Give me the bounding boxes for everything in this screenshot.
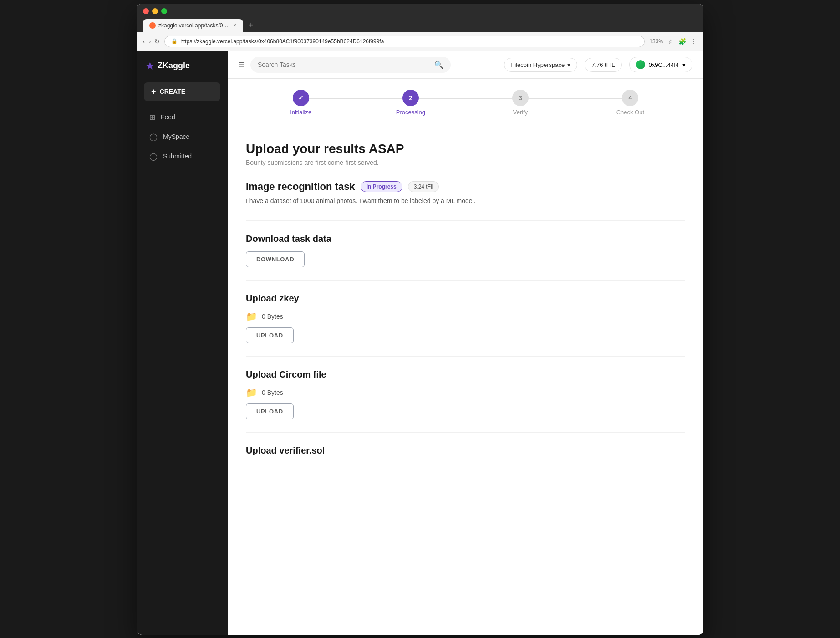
new-tab-button[interactable]: + [244, 19, 258, 32]
step-label-initialize: Initialize [290, 109, 311, 116]
address-input[interactable]: 🔒 https://zkaggle.vercel.app/tasks/0x406… [164, 36, 645, 47]
step-processing[interactable]: 2 Processing [356, 90, 465, 116]
active-tab[interactable]: zkaggle.vercel.app/tasks/0x406b8... ✕ [143, 19, 243, 32]
back-button[interactable]: ‹ [143, 38, 145, 45]
sidebar-item-myspace[interactable]: ◯ MySpace [140, 128, 224, 146]
upload-zkey-title: Upload zkey [246, 293, 685, 304]
tab-close-icon[interactable]: ✕ [233, 22, 237, 28]
status-badge: In Progress [361, 181, 402, 192]
step-verify[interactable]: 3 Verify [466, 90, 575, 116]
reward-badge: 3.24 tFil [408, 181, 439, 192]
task-header: Image recognition task In Progress 3.24 … [246, 181, 685, 193]
wallet-avatar-icon [636, 60, 645, 69]
step-label-checkout: Check Out [616, 109, 644, 116]
step-circle-initialize: ✓ [293, 90, 309, 106]
zkey-bytes: 0 Bytes [262, 313, 283, 320]
divider-4 [246, 432, 685, 433]
app-layout: ★ ZKaggle + CREATE ⊞ Feed ◯ MySpace ◯ Su… [137, 51, 703, 635]
network-label: Filecoin Hyperspace [511, 61, 565, 68]
menu-dots-icon[interactable]: ⋮ [691, 38, 697, 45]
wallet-chevron-icon: ▾ [682, 61, 686, 68]
network-selector[interactable]: Filecoin Hyperspace ▾ [504, 58, 577, 72]
checkmark-icon: ✓ [298, 94, 304, 102]
dot-green[interactable] [161, 8, 167, 14]
refresh-button[interactable]: ↻ [154, 38, 160, 45]
upload-circom-title: Upload Circom file [246, 369, 685, 380]
create-button[interactable]: + CREATE [144, 82, 220, 101]
download-button[interactable]: DOWNLOAD [246, 251, 305, 267]
step-label-verify: Verify [513, 109, 528, 116]
upload-circom-section: Upload Circom file 📁 0 Bytes UPLOAD [246, 369, 685, 419]
upload-circom-button[interactable]: UPLOAD [246, 403, 294, 419]
steps-bar: ✓ Initialize 2 Processing 3 Verify 4 Che… [228, 79, 703, 127]
task-description: I have a dataset of 1000 animal photos. … [246, 196, 685, 206]
page-subtitle: Bounty submissions are first-come-first-… [246, 159, 685, 166]
sidebar-item-label: Submitted [163, 153, 192, 160]
sidebar: ★ ZKaggle + CREATE ⊞ Feed ◯ MySpace ◯ Su… [137, 51, 228, 635]
submitted-icon: ◯ [149, 152, 158, 161]
dot-yellow[interactable] [152, 8, 158, 14]
download-section-title: Download task data [246, 234, 685, 244]
page-title: Upload your results ASAP [246, 142, 685, 156]
sidebar-item-submitted[interactable]: ◯ Submitted [140, 148, 224, 165]
chevron-down-icon: ▾ [567, 61, 570, 68]
create-plus-icon: + [151, 87, 156, 97]
content-body: Upload your results ASAP Bounty submissi… [228, 127, 703, 483]
feed-icon: ⊞ [149, 113, 155, 122]
circom-bytes: 0 Bytes [262, 389, 283, 396]
upload-zkey-section: Upload zkey 📁 0 Bytes UPLOAD [246, 293, 685, 343]
upload-zkey-button[interactable]: UPLOAD [246, 327, 294, 343]
nav-buttons: ‹ › ↻ [143, 38, 160, 45]
search-input[interactable] [258, 61, 431, 68]
step-circle-processing: 2 [402, 90, 419, 106]
step-checkout[interactable]: 4 Check Out [575, 90, 685, 116]
wallet-address-text: 0x9C...44f4 [649, 61, 679, 68]
create-label: CREATE [160, 88, 186, 95]
balance-badge: 7.76 tFIL [585, 58, 621, 72]
task-title: Image recognition task [246, 181, 355, 193]
wallet-address[interactable]: 0x9C...44f4 ▾ [629, 57, 693, 72]
top-bar-right: Filecoin Hyperspace ▾ 7.76 tFIL 0x9C...4… [504, 57, 692, 72]
lock-icon: 🔒 [171, 38, 178, 44]
balance-value: 7.76 tFIL [591, 61, 615, 68]
forward-button[interactable]: › [149, 38, 151, 45]
step-circle-verify: 3 [512, 90, 529, 106]
dot-red[interactable] [143, 8, 149, 14]
sidebar-logo: ★ ZKaggle [137, 61, 228, 81]
main-content: Upload your results ASAP Bounty submissi… [228, 127, 703, 635]
step-circle-checkout: 4 [622, 90, 638, 106]
bookmark-icon[interactable]: ☆ [668, 38, 674, 45]
browser-tab-bar: zkaggle.vercel.app/tasks/0x406b8... ✕ + [143, 19, 697, 32]
sidebar-item-label: MySpace [163, 133, 189, 140]
zkey-file-row: 📁 0 Bytes [246, 311, 685, 322]
address-bar: ‹ › ↻ 🔒 https://zkaggle.vercel.app/tasks… [137, 32, 703, 51]
zoom-badge[interactable]: 133% [649, 38, 663, 45]
divider-3 [246, 356, 685, 357]
circom-folder-icon: 📁 [246, 387, 257, 398]
right-panel: ☰ 🔍 Filecoin Hyperspace ▾ 7.76 tFIL [228, 51, 703, 635]
search-icon: 🔍 [434, 61, 443, 69]
browser-chrome: zkaggle.vercel.app/tasks/0x406b8... ✕ + [137, 4, 703, 32]
browser-dots [143, 8, 697, 14]
zkey-folder-icon: 📁 [246, 311, 257, 322]
browser-actions: ☆ 🧩 ⋮ [668, 38, 697, 45]
download-section: Download task data DOWNLOAD [246, 234, 685, 267]
divider-2 [246, 280, 685, 281]
search-box[interactable]: 🔍 [250, 57, 451, 73]
upload-verifier-title: Upload verifier.sol [246, 445, 685, 456]
extensions-icon[interactable]: 🧩 [678, 38, 686, 45]
task-section: Image recognition task In Progress 3.24 … [246, 181, 685, 206]
top-bar: ☰ 🔍 Filecoin Hyperspace ▾ 7.76 tFIL [228, 51, 703, 79]
hamburger-icon[interactable]: ☰ [239, 61, 245, 69]
tab-title: zkaggle.vercel.app/tasks/0x406b8... [158, 22, 230, 29]
browser-window: zkaggle.vercel.app/tasks/0x406b8... ✕ + … [137, 4, 703, 635]
tab-favicon [149, 22, 156, 29]
step-initialize[interactable]: ✓ Initialize [246, 90, 356, 116]
myspace-icon: ◯ [149, 133, 158, 141]
sidebar-item-feed[interactable]: ⊞ Feed [140, 108, 224, 126]
sidebar-item-label: Feed [161, 113, 175, 121]
logo-text: ZKaggle [158, 61, 190, 71]
circom-file-row: 📁 0 Bytes [246, 387, 685, 398]
divider-1 [246, 220, 685, 221]
step-label-processing: Processing [396, 109, 425, 116]
